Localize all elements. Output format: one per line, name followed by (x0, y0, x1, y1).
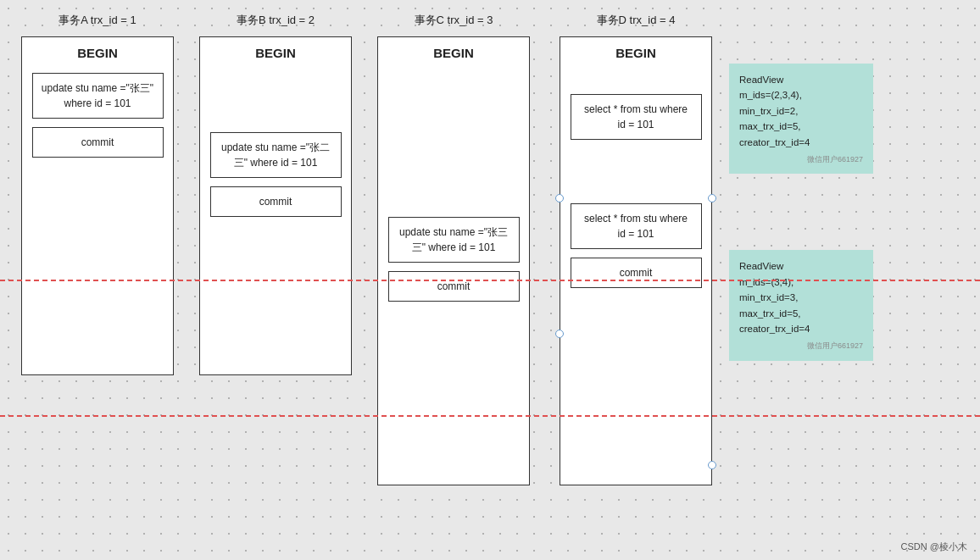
tx-d-header: 事务D trx_id = 4 (597, 13, 676, 28)
circle-left-bottom (555, 330, 564, 338)
dashed-line-1 (0, 280, 980, 281)
tx-d-wrapper: BEGIN select * from stu where id = 101 s… (560, 36, 712, 485)
tx-b-commit: commit (210, 186, 342, 217)
readview-2-text: ReadView m_ids=(3,4), min_trx_id=3, max_… (739, 258, 863, 336)
tx-d-box: BEGIN select * from stu where id = 101 s… (560, 36, 712, 485)
tx-b-begin: BEGIN (255, 46, 296, 60)
readview-2: ReadView m_ids=(3,4), min_trx_id=3, max_… (729, 250, 873, 360)
readview-1-text: ReadView m_ids=(2,3,4), min_trx_id=2, ma… (739, 72, 863, 150)
tx-b-sql-1: update stu name ="张二三" where id = 101 (210, 132, 342, 178)
tx-d-select-1: select * from stu where id = 101 (571, 94, 702, 140)
transaction-column-a: 事务A trx_id = 1 BEGIN update stu name ="张… (8, 13, 187, 375)
tx-c-box: BEGIN update stu name ="张三三" where id = … (377, 36, 530, 485)
tx-b-header: 事务B trx_id = 2 (237, 13, 315, 28)
footer: CSDN @棱小木 (901, 541, 967, 553)
circle-right-bottom (708, 461, 716, 469)
readview-1-watermark: 微信用户661927 (739, 153, 863, 165)
tx-a-sql-1: update stu name ="张三" where id = 101 (32, 73, 164, 119)
tx-a-header: 事务A trx_id = 1 (58, 13, 136, 28)
tx-c-header: 事务C trx_id = 3 (415, 13, 493, 28)
tx-a-commit: commit (32, 127, 164, 158)
readview-2-watermark: 微信用户661927 (739, 340, 863, 352)
tx-a-box: BEGIN update stu name ="张三" where id = 1… (21, 36, 174, 375)
transaction-column-b: 事务B trx_id = 2 BEGIN update stu name ="张… (187, 13, 365, 375)
tx-c-commit: commit (388, 271, 520, 302)
tx-c-begin: BEGIN (433, 46, 474, 60)
readview-1: ReadView m_ids=(2,3,4), min_trx_id=2, ma… (729, 64, 873, 174)
circle-left-top (555, 194, 564, 202)
circle-right-top (708, 194, 716, 202)
tx-d-select-2: select * from stu where id = 101 (571, 203, 702, 249)
dashed-line-2 (0, 415, 980, 417)
tx-d-commit: commit (571, 258, 702, 288)
tx-a-begin: BEGIN (77, 46, 118, 60)
tx-b-box: BEGIN update stu name ="张二三" where id = … (199, 36, 352, 375)
tx-d-begin: BEGIN (615, 46, 656, 60)
tx-c-sql-1: update stu name ="张三三" where id = 101 (388, 217, 520, 263)
